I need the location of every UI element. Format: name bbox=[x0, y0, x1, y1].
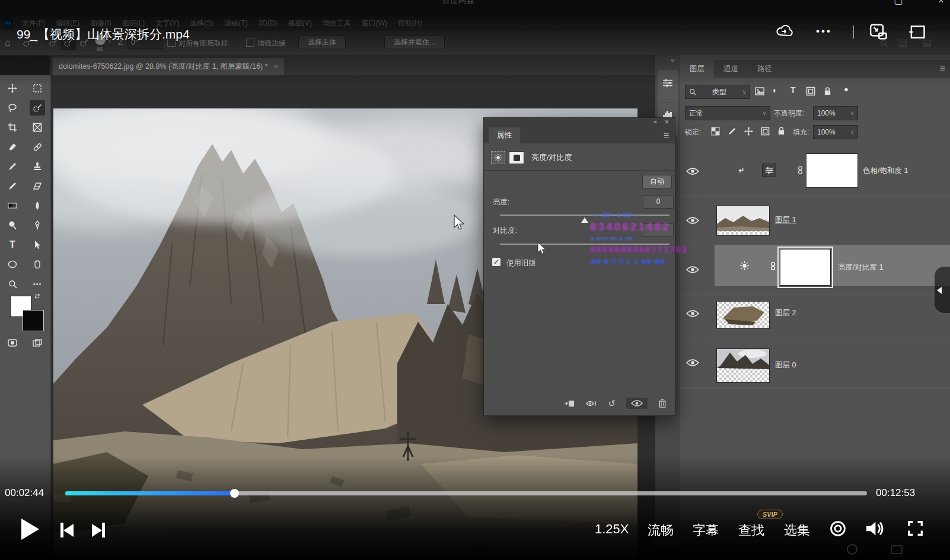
home-icon[interactable]: ⌂ bbox=[5, 37, 11, 48]
mask-link-icon[interactable] bbox=[770, 258, 776, 274]
menu-plugins[interactable]: 增效工具 bbox=[317, 15, 356, 31]
menu-3d[interactable]: 3D(D) bbox=[253, 15, 283, 31]
properties-collapse-icon[interactable]: « bbox=[653, 118, 657, 125]
use-legacy-checkbox[interactable]: ✓ bbox=[492, 258, 500, 266]
blur-tool[interactable] bbox=[30, 198, 45, 213]
blend-mode-dropdown[interactable]: 正常 ˅ bbox=[685, 106, 770, 120]
menu-filter[interactable]: 滤镜(T) bbox=[219, 15, 253, 31]
tab-layers[interactable]: 图层 bbox=[680, 60, 714, 78]
layer-row-hue-saturation[interactable]: 色相/饱和度 1 bbox=[680, 146, 950, 196]
menu-select[interactable]: 选择(S) bbox=[184, 15, 219, 31]
gradient-tool[interactable] bbox=[5, 198, 20, 213]
previous-button[interactable] bbox=[60, 523, 74, 537]
menu-view[interactable]: 视图(V) bbox=[283, 15, 317, 31]
filter-pin-icon[interactable]: ● bbox=[844, 85, 849, 94]
shape-tool[interactable] bbox=[5, 257, 20, 272]
layer-thumbnail[interactable] bbox=[716, 348, 770, 383]
more-options-icon[interactable]: ••• bbox=[816, 25, 832, 37]
properties-menu-icon[interactable]: ≡ bbox=[664, 130, 669, 141]
tab-paths[interactable]: 路径 bbox=[748, 60, 782, 78]
eyedropper-tool[interactable] bbox=[5, 139, 20, 155]
brush-tool[interactable] bbox=[5, 159, 20, 174]
lock-all-icon[interactable] bbox=[777, 126, 785, 135]
mask-link-icon[interactable] bbox=[798, 162, 803, 178]
tab-properties[interactable]: 属性 bbox=[489, 127, 520, 143]
mini-player-icon[interactable] bbox=[869, 24, 887, 40]
brightness-value-input[interactable]: 0 bbox=[643, 195, 674, 209]
lock-artboard-icon[interactable] bbox=[761, 127, 770, 136]
layer-name[interactable]: 图层 0 bbox=[775, 360, 796, 370]
layer-visibility-icon[interactable] bbox=[686, 167, 699, 176]
layer-mask-thumbnail[interactable] bbox=[806, 153, 858, 188]
filter-pixel-layers-icon[interactable] bbox=[755, 87, 764, 95]
toggle-visibility-button[interactable] bbox=[626, 398, 648, 409]
layer-row-layer1[interactable]: 图层 1 bbox=[680, 196, 950, 245]
select-and-mask-button[interactable]: 选择并遮住... bbox=[384, 36, 445, 49]
find-button[interactable]: 查找 bbox=[738, 521, 764, 539]
screen-mode-icon[interactable] bbox=[30, 335, 45, 350]
progress-thumb[interactable] bbox=[230, 489, 239, 498]
crop-tool[interactable] bbox=[5, 120, 20, 135]
play-button[interactable] bbox=[21, 519, 39, 540]
progress-bar[interactable] bbox=[65, 491, 867, 495]
path-selection-tool[interactable] bbox=[30, 237, 45, 252]
properties-close-icon[interactable]: × bbox=[665, 118, 669, 126]
lock-position-icon[interactable] bbox=[744, 127, 753, 136]
quick-selection-tool[interactable] bbox=[30, 100, 45, 116]
select-subject-button[interactable]: 选择主体 bbox=[298, 36, 346, 49]
fullscreen-icon[interactable] bbox=[907, 520, 923, 536]
hand-tool[interactable] bbox=[30, 257, 45, 272]
filter-adjustment-layers-icon[interactable]: ◐ bbox=[773, 85, 777, 95]
opacity-dropdown[interactable]: 100% ˅ bbox=[813, 106, 858, 120]
adjustment-thumbnail[interactable] bbox=[762, 164, 776, 177]
layer-row-layer0[interactable]: 图层 0 bbox=[680, 338, 950, 388]
edit-toolbar-icon[interactable]: ••• bbox=[30, 276, 45, 292]
layer-filter-dropdown[interactable]: 类型 ˅ bbox=[685, 85, 750, 99]
frame-tool[interactable] bbox=[30, 120, 45, 135]
ps-arrange-icon[interactable] bbox=[923, 39, 931, 47]
menu-help[interactable]: 帮助(H) bbox=[393, 15, 428, 31]
delete-adjustment-icon[interactable] bbox=[658, 399, 667, 408]
playback-speed-button[interactable]: 1.25X bbox=[595, 521, 629, 537]
brightness-adjustment-icon[interactable] bbox=[739, 261, 750, 271]
type-tool[interactable]: T bbox=[5, 237, 20, 252]
filter-type-layers-icon[interactable]: T bbox=[790, 85, 796, 95]
layer-name[interactable]: 图层 2 bbox=[775, 308, 796, 318]
subtitle-button[interactable]: 字幕 bbox=[693, 521, 719, 539]
selected-mask-thumbnail[interactable] bbox=[780, 249, 831, 286]
lock-pixels-icon[interactable] bbox=[728, 127, 737, 136]
eraser-tool[interactable] bbox=[30, 178, 45, 194]
background-color-swatch[interactable] bbox=[23, 310, 44, 331]
layer-thumbnail[interactable] bbox=[716, 206, 770, 236]
healing-brush-tool[interactable] bbox=[30, 139, 45, 155]
view-previous-state-icon[interactable] bbox=[585, 399, 597, 408]
playlist-button[interactable]: 选集 bbox=[784, 521, 810, 539]
ps-search-icon[interactable] bbox=[880, 39, 888, 47]
ps-workspace-icon[interactable] bbox=[899, 39, 907, 47]
layer-visibility-icon[interactable] bbox=[686, 358, 699, 367]
pen-tool[interactable] bbox=[30, 217, 45, 233]
layer-name[interactable]: 亮度/对比度 1 bbox=[838, 263, 883, 273]
layer-thumbnail[interactable] bbox=[716, 301, 770, 329]
enhance-edge-checkbox[interactable] bbox=[246, 39, 254, 47]
clone-stamp-tool[interactable] bbox=[30, 159, 45, 174]
clip-to-layer-icon[interactable] bbox=[564, 399, 575, 408]
history-brush-tool[interactable] bbox=[5, 178, 20, 194]
layer-name[interactable]: 图层 1 bbox=[775, 215, 796, 225]
marquee-tool[interactable] bbox=[30, 81, 45, 96]
danmaku-settings-icon[interactable] bbox=[829, 520, 847, 537]
brush-settings-panel-icon[interactable] bbox=[662, 78, 673, 88]
menu-window[interactable]: 窗口(W) bbox=[356, 15, 393, 31]
layer-name[interactable]: 色相/饱和度 1 bbox=[863, 166, 908, 176]
next-button[interactable] bbox=[92, 523, 105, 537]
save-to-cloud-icon[interactable] bbox=[776, 24, 793, 38]
lasso-tool[interactable] bbox=[5, 100, 20, 116]
filter-smart-objects-icon[interactable] bbox=[824, 87, 831, 95]
dodge-tool[interactable] bbox=[5, 217, 20, 233]
zoom-tool[interactable] bbox=[5, 276, 20, 292]
document-tab[interactable]: dolomites-6750622.jpg @ 28.8% (亮度/对比度 1,… bbox=[53, 58, 284, 75]
document-tab-close-icon[interactable]: × bbox=[273, 63, 278, 71]
quick-mask-icon[interactable] bbox=[5, 335, 20, 350]
collapse-panels-icon[interactable]: « bbox=[671, 56, 674, 63]
swap-colors-icon[interactable]: ⇄ bbox=[34, 292, 40, 300]
